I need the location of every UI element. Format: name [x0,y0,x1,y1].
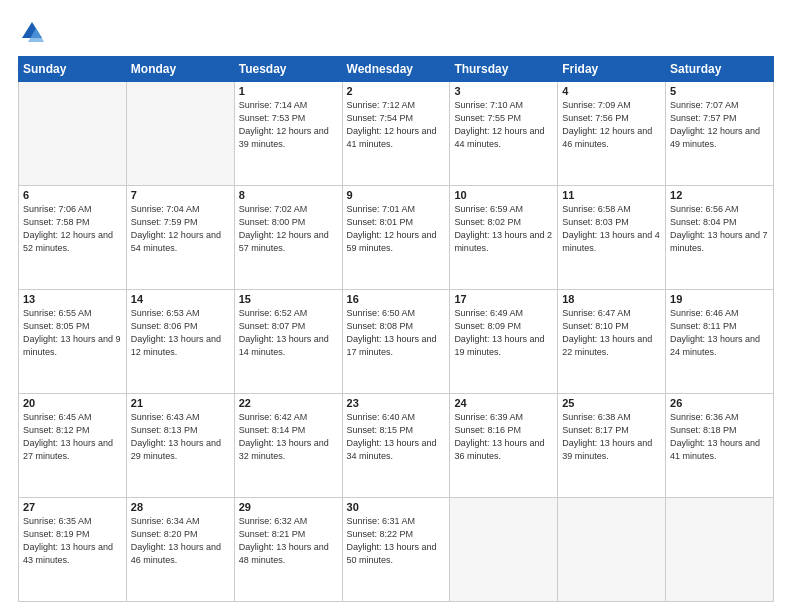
day-cell [666,498,774,602]
day-info: Sunrise: 7:06 AM Sunset: 7:58 PM Dayligh… [23,203,122,255]
day-cell [558,498,666,602]
day-number: 11 [562,189,661,201]
weekday-header-wednesday: Wednesday [342,57,450,82]
day-cell [450,498,558,602]
weekday-row: SundayMondayTuesdayWednesdayThursdayFrid… [19,57,774,82]
day-info: Sunrise: 6:58 AM Sunset: 8:03 PM Dayligh… [562,203,661,255]
day-info: Sunrise: 6:46 AM Sunset: 8:11 PM Dayligh… [670,307,769,359]
day-info: Sunrise: 7:14 AM Sunset: 7:53 PM Dayligh… [239,99,338,151]
logo [18,18,50,46]
day-number: 4 [562,85,661,97]
day-info: Sunrise: 6:39 AM Sunset: 8:16 PM Dayligh… [454,411,553,463]
day-cell: 12Sunrise: 6:56 AM Sunset: 8:04 PM Dayli… [666,186,774,290]
day-number: 5 [670,85,769,97]
day-cell: 4Sunrise: 7:09 AM Sunset: 7:56 PM Daylig… [558,82,666,186]
day-number: 23 [347,397,446,409]
header [18,18,774,46]
day-info: Sunrise: 6:36 AM Sunset: 8:18 PM Dayligh… [670,411,769,463]
day-cell: 23Sunrise: 6:40 AM Sunset: 8:15 PM Dayli… [342,394,450,498]
day-cell: 19Sunrise: 6:46 AM Sunset: 8:11 PM Dayli… [666,290,774,394]
day-info: Sunrise: 6:42 AM Sunset: 8:14 PM Dayligh… [239,411,338,463]
day-cell: 6Sunrise: 7:06 AM Sunset: 7:58 PM Daylig… [19,186,127,290]
page: SundayMondayTuesdayWednesdayThursdayFrid… [0,0,792,612]
day-cell: 20Sunrise: 6:45 AM Sunset: 8:12 PM Dayli… [19,394,127,498]
day-number: 9 [347,189,446,201]
calendar-body: 1Sunrise: 7:14 AM Sunset: 7:53 PM Daylig… [19,82,774,602]
day-info: Sunrise: 6:34 AM Sunset: 8:20 PM Dayligh… [131,515,230,567]
day-cell: 11Sunrise: 6:58 AM Sunset: 8:03 PM Dayli… [558,186,666,290]
day-cell: 15Sunrise: 6:52 AM Sunset: 8:07 PM Dayli… [234,290,342,394]
day-number: 1 [239,85,338,97]
day-cell: 22Sunrise: 6:42 AM Sunset: 8:14 PM Dayli… [234,394,342,498]
weekday-header-monday: Monday [126,57,234,82]
day-number: 26 [670,397,769,409]
day-cell: 18Sunrise: 6:47 AM Sunset: 8:10 PM Dayli… [558,290,666,394]
day-info: Sunrise: 6:40 AM Sunset: 8:15 PM Dayligh… [347,411,446,463]
day-cell [19,82,127,186]
day-number: 24 [454,397,553,409]
day-info: Sunrise: 6:59 AM Sunset: 8:02 PM Dayligh… [454,203,553,255]
day-number: 8 [239,189,338,201]
weekday-header-sunday: Sunday [19,57,127,82]
day-number: 29 [239,501,338,513]
day-number: 25 [562,397,661,409]
calendar-header: SundayMondayTuesdayWednesdayThursdayFrid… [19,57,774,82]
day-info: Sunrise: 6:38 AM Sunset: 8:17 PM Dayligh… [562,411,661,463]
day-cell: 1Sunrise: 7:14 AM Sunset: 7:53 PM Daylig… [234,82,342,186]
day-number: 21 [131,397,230,409]
day-info: Sunrise: 6:49 AM Sunset: 8:09 PM Dayligh… [454,307,553,359]
day-info: Sunrise: 6:47 AM Sunset: 8:10 PM Dayligh… [562,307,661,359]
day-number: 28 [131,501,230,513]
day-number: 12 [670,189,769,201]
weekday-header-saturday: Saturday [666,57,774,82]
week-row-4: 20Sunrise: 6:45 AM Sunset: 8:12 PM Dayli… [19,394,774,498]
day-cell: 24Sunrise: 6:39 AM Sunset: 8:16 PM Dayli… [450,394,558,498]
day-cell: 25Sunrise: 6:38 AM Sunset: 8:17 PM Dayli… [558,394,666,498]
day-number: 22 [239,397,338,409]
week-row-3: 13Sunrise: 6:55 AM Sunset: 8:05 PM Dayli… [19,290,774,394]
day-info: Sunrise: 6:56 AM Sunset: 8:04 PM Dayligh… [670,203,769,255]
day-info: Sunrise: 6:35 AM Sunset: 8:19 PM Dayligh… [23,515,122,567]
day-info: Sunrise: 7:01 AM Sunset: 8:01 PM Dayligh… [347,203,446,255]
day-cell: 30Sunrise: 6:31 AM Sunset: 8:22 PM Dayli… [342,498,450,602]
day-number: 30 [347,501,446,513]
day-cell: 17Sunrise: 6:49 AM Sunset: 8:09 PM Dayli… [450,290,558,394]
day-cell: 29Sunrise: 6:32 AM Sunset: 8:21 PM Dayli… [234,498,342,602]
day-number: 2 [347,85,446,97]
day-number: 18 [562,293,661,305]
day-number: 10 [454,189,553,201]
weekday-header-friday: Friday [558,57,666,82]
day-number: 6 [23,189,122,201]
day-info: Sunrise: 7:09 AM Sunset: 7:56 PM Dayligh… [562,99,661,151]
weekday-header-thursday: Thursday [450,57,558,82]
day-cell: 9Sunrise: 7:01 AM Sunset: 8:01 PM Daylig… [342,186,450,290]
day-cell: 8Sunrise: 7:02 AM Sunset: 8:00 PM Daylig… [234,186,342,290]
day-info: Sunrise: 6:43 AM Sunset: 8:13 PM Dayligh… [131,411,230,463]
day-info: Sunrise: 7:12 AM Sunset: 7:54 PM Dayligh… [347,99,446,151]
day-cell: 27Sunrise: 6:35 AM Sunset: 8:19 PM Dayli… [19,498,127,602]
day-info: Sunrise: 7:04 AM Sunset: 7:59 PM Dayligh… [131,203,230,255]
day-cell: 14Sunrise: 6:53 AM Sunset: 8:06 PM Dayli… [126,290,234,394]
day-cell: 10Sunrise: 6:59 AM Sunset: 8:02 PM Dayli… [450,186,558,290]
day-cell: 26Sunrise: 6:36 AM Sunset: 8:18 PM Dayli… [666,394,774,498]
day-cell: 16Sunrise: 6:50 AM Sunset: 8:08 PM Dayli… [342,290,450,394]
day-cell: 2Sunrise: 7:12 AM Sunset: 7:54 PM Daylig… [342,82,450,186]
day-info: Sunrise: 6:55 AM Sunset: 8:05 PM Dayligh… [23,307,122,359]
day-number: 14 [131,293,230,305]
day-number: 7 [131,189,230,201]
day-number: 13 [23,293,122,305]
day-cell: 28Sunrise: 6:34 AM Sunset: 8:20 PM Dayli… [126,498,234,602]
week-row-1: 1Sunrise: 7:14 AM Sunset: 7:53 PM Daylig… [19,82,774,186]
day-cell: 21Sunrise: 6:43 AM Sunset: 8:13 PM Dayli… [126,394,234,498]
calendar-table: SundayMondayTuesdayWednesdayThursdayFrid… [18,56,774,602]
day-info: Sunrise: 7:02 AM Sunset: 8:00 PM Dayligh… [239,203,338,255]
day-number: 19 [670,293,769,305]
day-info: Sunrise: 6:32 AM Sunset: 8:21 PM Dayligh… [239,515,338,567]
week-row-2: 6Sunrise: 7:06 AM Sunset: 7:58 PM Daylig… [19,186,774,290]
day-cell: 7Sunrise: 7:04 AM Sunset: 7:59 PM Daylig… [126,186,234,290]
logo-icon [18,18,46,46]
day-number: 27 [23,501,122,513]
day-info: Sunrise: 6:50 AM Sunset: 8:08 PM Dayligh… [347,307,446,359]
day-number: 3 [454,85,553,97]
day-info: Sunrise: 6:45 AM Sunset: 8:12 PM Dayligh… [23,411,122,463]
